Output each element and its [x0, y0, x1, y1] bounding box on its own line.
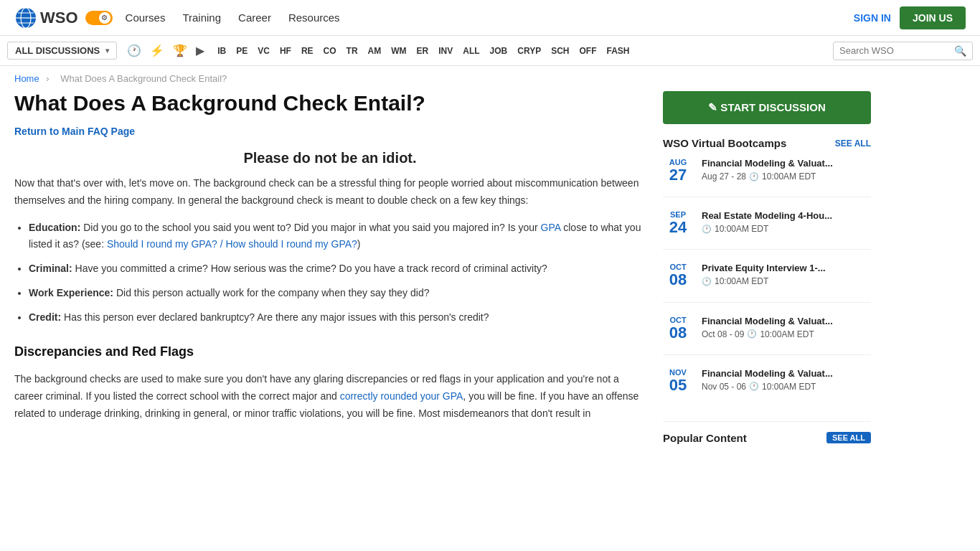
checklist-credit: Credit: Has this person ever declared ba… — [29, 309, 646, 326]
tag-co[interactable]: CO — [321, 44, 339, 57]
bootcamp-date-3: Oct 08 — [663, 316, 693, 342]
nav-auth: SIGN IN JOIN US — [854, 6, 966, 29]
bootcamp-name-3[interactable]: Financial Modeling & Valuat... — [702, 316, 833, 326]
sidebar: ✎ START DISCUSSION WSO Virtual Bootcamps… — [663, 91, 871, 444]
bootcamps-header: WSO Virtual Bootcamps SEE ALL — [663, 137, 871, 149]
breadcrumb: Home › What Does A Background Check Enta… — [0, 66, 980, 91]
bootcamp-dates-4: Nov 05 - 06 — [702, 382, 746, 392]
tag-wm[interactable]: WM — [388, 44, 409, 57]
clock-icon-4: 🕐 — [749, 382, 759, 391]
lightning-icon[interactable]: ⚡ — [150, 44, 164, 57]
tag-pills: IB PE VC HF RE CO TR AM WM ER INV ALL JO… — [215, 44, 833, 57]
gpa-link[interactable]: GPA — [541, 222, 561, 233]
breadcrumb-home[interactable]: Home — [14, 73, 39, 84]
main-layout: What Does A Background Check Entail? Ret… — [0, 91, 980, 444]
bootcamp-day-2: 08 — [663, 271, 693, 288]
section2-title: Discrepancies and Red Flags — [14, 341, 646, 363]
search-input[interactable] — [839, 45, 954, 56]
return-link[interactable]: Return to Main FAQ Page — [14, 126, 646, 137]
tag-er[interactable]: ER — [414, 44, 432, 57]
tag-re[interactable]: RE — [298, 44, 316, 57]
clock-icon-2: 🕐 — [702, 277, 712, 286]
discussions-dropdown[interactable]: ALL DISCUSSIONS ▾ — [7, 42, 117, 60]
clock-icon[interactable]: 🕐 — [127, 44, 141, 57]
bootcamp-day-1: 24 — [663, 219, 693, 236]
tag-all[interactable]: ALL — [460, 44, 482, 57]
tag-pe[interactable]: PE — [233, 44, 250, 57]
tag-sch[interactable]: SCH — [548, 44, 572, 57]
bootcamp-time-0: Aug 27 - 28 🕐 10:00AM EDT — [702, 171, 833, 182]
bootcamp-clock-time-4: 10:00AM EDT — [762, 382, 816, 392]
tag-vc[interactable]: VC — [255, 44, 273, 57]
clock-icon-0: 🕐 — [749, 172, 759, 182]
trophy-icon[interactable]: 🏆 — [173, 44, 187, 57]
bootcamp-clock-time-2: 10:00AM EDT — [715, 276, 768, 286]
bootcamp-item-2: Oct 08 Private Equity Interview 1-... 🕐 … — [663, 263, 871, 302]
signin-button[interactable]: SIGN IN — [854, 12, 891, 24]
checklist-criminal: Criminal: Have you committed a crime? Ho… — [29, 260, 646, 278]
bootcamp-name-2[interactable]: Private Equity Interview 1-... — [702, 263, 826, 273]
search-icon[interactable]: 🔍 — [954, 45, 966, 57]
bootcamp-date-4: Nov 05 — [663, 368, 693, 394]
criminal-text: Have you committed a crime? How serious … — [72, 263, 547, 274]
tag-cryp[interactable]: CRYP — [514, 44, 544, 57]
bootcamp-name-4[interactable]: Financial Modeling & Valuat... — [702, 368, 833, 379]
bootcamp-info-1: Real Estate Modeling 4-Hou... 🕐 10:00AM … — [702, 210, 832, 234]
tag-fash[interactable]: FASH — [604, 44, 633, 57]
bootcamp-name-1[interactable]: Real Estate Modeling 4-Hou... — [702, 210, 832, 221]
bootcamp-day-4: 05 — [663, 377, 693, 394]
article: What Does A Background Check Entail? Ret… — [14, 91, 646, 444]
bootcamp-month-4: Nov — [663, 368, 693, 377]
bootcamp-date-2: Oct 08 — [663, 263, 693, 288]
bootcamp-date-1: Sep 24 — [663, 210, 693, 236]
bootcamp-date-0: Aug 27 — [663, 158, 693, 184]
nav-career[interactable]: Career — [238, 11, 271, 24]
tag-am[interactable]: AM — [365, 44, 385, 57]
bootcamp-item-1: Sep 24 Real Estate Modeling 4-Hou... 🕐 1… — [663, 210, 871, 250]
bootcamp-info-4: Financial Modeling & Valuat... Nov 05 - … — [702, 368, 833, 392]
logo-text: WSO — [40, 9, 78, 27]
bootcamp-day-3: 08 — [663, 324, 693, 342]
round-gpa-link[interactable]: Should I round my GPA? / How should I ro… — [107, 238, 357, 250]
toggle-knob: ⚙ — [99, 12, 110, 24]
tag-off[interactable]: OFF — [577, 44, 600, 57]
bootcamps-see-all[interactable]: SEE ALL — [835, 138, 871, 149]
bootcamp-info-2: Private Equity Interview 1-... 🕐 10:00AM… — [702, 263, 826, 286]
bootcamp-name-0[interactable]: Financial Modeling & Valuat... — [702, 158, 833, 169]
rounded-gpa-link[interactable]: correctly rounded your GPA — [340, 390, 463, 402]
popular-see-all-badge[interactable]: SEE ALL — [826, 432, 871, 443]
tag-job[interactable]: JOB — [487, 44, 511, 57]
search-box[interactable]: 🔍 — [833, 42, 973, 60]
globe-icon — [14, 6, 37, 29]
tag-tr[interactable]: TR — [344, 44, 361, 57]
icon-group: 🕐 ⚡ 🏆 ▶ — [127, 44, 204, 57]
work-text: Did this person actually work for the co… — [113, 287, 429, 298]
article-intro-heading: Please do not be an idiot. — [14, 150, 646, 166]
nav-training[interactable]: Training — [182, 11, 221, 24]
education-text: Did you go to the school you said you we… — [80, 222, 540, 233]
logo[interactable]: WSO — [14, 6, 78, 29]
bootcamp-day-0: 27 — [663, 166, 693, 184]
section2-body: The background checks are used to make s… — [14, 371, 646, 422]
criminal-label: Criminal: — [29, 263, 72, 274]
bootcamp-item-0: Aug 27 Financial Modeling & Valuat... Au… — [663, 158, 871, 197]
theme-toggle[interactable]: ⚙ — [85, 11, 113, 25]
join-button[interactable]: JOIN US — [900, 6, 966, 29]
bootcamp-clock-time-3: 10:00AM EDT — [760, 329, 814, 339]
work-label: Work Experience: — [29, 287, 113, 298]
start-discussion-button[interactable]: ✎ START DISCUSSION — [663, 91, 871, 124]
tag-hf[interactable]: HF — [277, 44, 294, 57]
top-nav: WSO ⚙ Courses Training Career Resources … — [0, 0, 980, 36]
youtube-icon[interactable]: ▶ — [196, 44, 204, 57]
nav-courses[interactable]: Courses — [126, 11, 166, 24]
breadcrumb-separator: › — [46, 73, 49, 84]
bootcamp-dates-0: Aug 27 - 28 — [702, 171, 746, 182]
bootcamps-title: WSO Virtual Bootcamps — [663, 137, 786, 149]
breadcrumb-current: What Does A Background Check Entail? — [60, 73, 227, 84]
article-body: Now that that's over with, let's move on… — [14, 175, 646, 423]
nav-resources[interactable]: Resources — [288, 11, 340, 24]
tag-inv[interactable]: INV — [435, 44, 456, 57]
chevron-down-icon: ▾ — [105, 47, 109, 55]
tag-ib[interactable]: IB — [215, 44, 229, 57]
popular-content-title: Popular Content — [663, 432, 747, 444]
